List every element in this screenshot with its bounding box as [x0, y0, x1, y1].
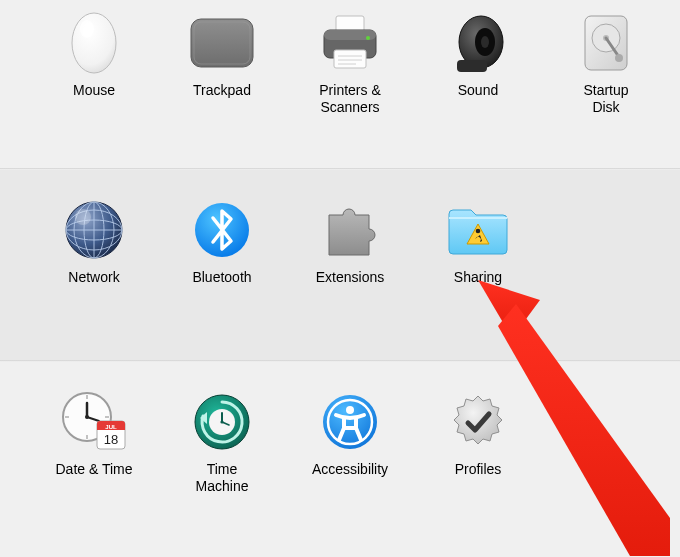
pref-label: StartupDisk	[583, 82, 628, 116]
pref-extensions[interactable]: Extensions	[286, 195, 414, 286]
pref-printers-scanners[interactable]: Printers &Scanners	[286, 8, 414, 116]
svg-point-53	[346, 406, 354, 414]
prefs-row-hardware: Mouse Trackpad	[0, 0, 680, 168]
trackpad-icon	[187, 8, 257, 78]
time-machine-icon	[187, 387, 257, 457]
pref-label: Date & Time	[55, 461, 132, 478]
svg-point-50	[220, 420, 223, 423]
pref-bluetooth[interactable]: Bluetooth	[158, 195, 286, 286]
svg-point-51	[323, 395, 377, 449]
svg-text:JUL: JUL	[105, 424, 117, 430]
svg-point-0	[72, 13, 116, 73]
svg-point-19	[615, 54, 623, 62]
sharing-folder-icon	[443, 195, 513, 265]
pref-sound[interactable]: Sound	[414, 8, 542, 99]
pref-label: Sound	[458, 82, 498, 99]
svg-rect-15	[457, 60, 487, 72]
mouse-icon	[59, 8, 129, 78]
pref-label: Printers &Scanners	[319, 82, 380, 116]
prefs-row-network: Network Bluetooth	[0, 170, 680, 360]
speaker-icon	[443, 8, 513, 78]
svg-point-27	[75, 209, 91, 225]
hard-disk-icon	[571, 8, 641, 78]
svg-point-14	[481, 36, 489, 48]
pref-accessibility[interactable]: Accessibility	[286, 387, 414, 478]
pref-label: TimeMachine	[196, 461, 249, 495]
svg-text:18: 18	[104, 432, 118, 447]
pref-label: Profiles	[455, 461, 502, 478]
pref-profiles[interactable]: Profiles	[414, 387, 542, 478]
svg-rect-2	[191, 19, 253, 67]
pref-trackpad[interactable]: Trackpad	[158, 8, 286, 99]
pref-network[interactable]: Network	[30, 195, 158, 286]
pref-label: Mouse	[73, 82, 115, 99]
pref-label: Accessibility	[312, 461, 388, 478]
network-globe-icon	[59, 195, 129, 265]
svg-point-7	[366, 36, 370, 40]
accessibility-icon	[315, 387, 385, 457]
pref-label: Extensions	[316, 269, 384, 286]
pref-startup-disk[interactable]: StartupDisk	[542, 8, 670, 116]
svg-point-1	[80, 20, 94, 38]
pref-time-machine[interactable]: TimeMachine	[158, 387, 286, 495]
pref-label: Bluetooth	[192, 269, 251, 286]
puzzle-piece-icon	[315, 195, 385, 265]
pref-label: Trackpad	[193, 82, 251, 99]
pref-label: Sharing	[454, 269, 502, 286]
svg-point-39	[85, 415, 89, 419]
svg-point-31	[476, 229, 481, 234]
pref-sharing[interactable]: Sharing	[414, 195, 542, 286]
pref-mouse[interactable]: Mouse	[30, 8, 158, 99]
bluetooth-icon	[187, 195, 257, 265]
svg-rect-8	[334, 50, 366, 68]
prefs-row-system: JUL 18 Date & Time	[0, 362, 680, 557]
pref-date-time[interactable]: JUL 18 Date & Time	[30, 387, 158, 478]
printer-icon	[315, 8, 385, 78]
clock-calendar-icon: JUL 18	[59, 387, 129, 457]
svg-rect-29	[449, 217, 507, 219]
profiles-badge-icon	[443, 387, 513, 457]
pref-label: Network	[68, 269, 119, 286]
